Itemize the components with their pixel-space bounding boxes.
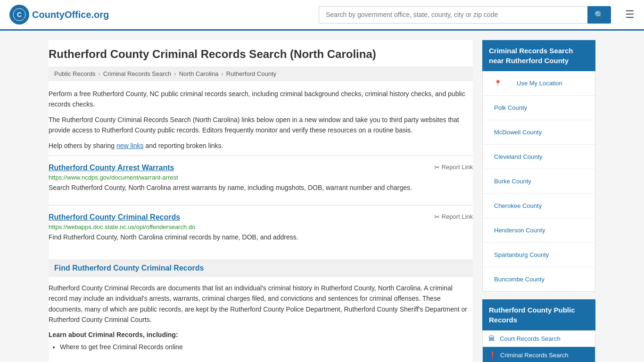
public-records-list: 🏛 Court Records Search ❗ Criminal Record… bbox=[482, 330, 595, 362]
find-section-header: Find Rutherford County Criminal Records bbox=[49, 259, 473, 277]
nearby-title: Criminal Records Search near Rutherford … bbox=[482, 40, 595, 71]
court-records-label: Court Records Search bbox=[500, 335, 561, 342]
intro-paragraph-2: The Rutherford County Criminal Records S… bbox=[49, 115, 473, 136]
logo-area[interactable]: C CountyOffice.org bbox=[9, 5, 109, 25]
find-section-body: Rutherford County Criminal Records are d… bbox=[49, 283, 473, 325]
breadcrumb-sep-1: › bbox=[98, 70, 100, 77]
mcdowell-county-label: McDowell County bbox=[488, 124, 547, 140]
learn-header: Learn about Criminal Records, including: bbox=[49, 331, 473, 338]
result-header-2: Rutherford County Criminal Records ✂ Rep… bbox=[49, 213, 473, 222]
svg-text:C: C bbox=[17, 11, 22, 18]
criminal-icon: ❗ bbox=[488, 351, 496, 359]
sidebar-item-burke[interactable]: Burke County bbox=[483, 169, 595, 194]
sidebar-item-cleveland[interactable]: Cleveland County bbox=[483, 145, 595, 169]
logo-text: CountyOffice.org bbox=[32, 9, 109, 20]
scissors-icon-2: ✂ bbox=[434, 213, 440, 221]
result-url-2: https://webapps.doc.state.nc.us/opi/offe… bbox=[49, 223, 473, 230]
breadcrumb-sep-2: › bbox=[174, 70, 176, 77]
report-link-2[interactable]: ✂ Report Link bbox=[434, 213, 473, 221]
sidebar: Criminal Records Search near Rutherford … bbox=[482, 40, 595, 362]
sidebar-item-use-my-location[interactable]: 📍 Use My Location bbox=[483, 71, 595, 96]
result-title-1[interactable]: Rutherford County Arrest Warrants bbox=[49, 164, 174, 172]
scissors-icon-1: ✂ bbox=[434, 164, 440, 171]
cherokee-county-label: Cherokee County bbox=[488, 198, 547, 214]
content-area: Rutherford County Criminal Records Searc… bbox=[49, 40, 473, 362]
result-header-1: Rutherford County Arrest Warrants ✂ Repo… bbox=[49, 164, 473, 172]
public-records-title: Rutherford County Public Records bbox=[482, 299, 595, 330]
report-link-1[interactable]: ✂ Report Link bbox=[434, 164, 473, 171]
spartanburg-county-label: Spartanburg County bbox=[488, 247, 554, 263]
search-area: 🔍 bbox=[319, 6, 611, 24]
breadcrumb-sep-3: › bbox=[221, 70, 223, 77]
sidebar-item-cherokee[interactable]: Cherokee County bbox=[483, 194, 595, 218]
nearby-section: Criminal Records Search near Rutherford … bbox=[482, 40, 595, 292]
sidebar-item-henderson[interactable]: Henderson County bbox=[483, 218, 595, 243]
breadcrumb: Public Records › Criminal Records Search… bbox=[49, 66, 473, 81]
search-input[interactable] bbox=[319, 6, 587, 24]
sidebar-item-criminal-records[interactable]: ❗ Criminal Records Search bbox=[483, 347, 595, 362]
search-button[interactable]: 🔍 bbox=[587, 6, 611, 24]
learn-bullet-1: Where to get free Criminal Records onlin… bbox=[60, 341, 473, 353]
sidebar-item-mcdowell[interactable]: McDowell County bbox=[483, 120, 595, 145]
location-icon: 📍 bbox=[488, 75, 507, 91]
hamburger-button[interactable]: ☰ bbox=[625, 8, 635, 21]
header: C CountyOffice.org 🔍 ☰ bbox=[0, 0, 644, 31]
result-url-1: https://www.ncdps.gov/document/warrant-a… bbox=[49, 174, 473, 181]
buncombe-county-label: Buncombe County bbox=[488, 272, 550, 287]
criminal-records-label: Criminal Records Search bbox=[500, 352, 569, 359]
breadcrumb-criminal-records[interactable]: Criminal Records Search bbox=[103, 70, 172, 77]
henderson-county-label: Henderson County bbox=[488, 222, 551, 238]
learn-bullet-list: Where to get free Criminal Records onlin… bbox=[49, 341, 473, 353]
logo-icon: C bbox=[9, 5, 29, 25]
main-container: Rutherford County Criminal Records Searc… bbox=[39, 31, 605, 362]
result-title-2[interactable]: Rutherford County Criminal Records bbox=[49, 213, 180, 222]
page-title: Rutherford County Criminal Records Searc… bbox=[49, 40, 473, 66]
sidebar-item-spartanburg[interactable]: Spartanburg County bbox=[483, 243, 595, 267]
result-card-2: Rutherford County Criminal Records ✂ Rep… bbox=[49, 205, 473, 250]
cleveland-county-label: Cleveland County bbox=[488, 149, 548, 165]
result-card-1: Rutherford County Arrest Warrants ✂ Repo… bbox=[49, 156, 473, 200]
sidebar-item-court-records[interactable]: 🏛 Court Records Search bbox=[483, 330, 595, 347]
breadcrumb-rutherford: Rutherford County bbox=[226, 70, 276, 77]
burke-county-label: Burke County bbox=[488, 173, 537, 189]
public-records-section: Rutherford County Public Records 🏛 Court… bbox=[482, 299, 595, 362]
polk-county-label: Polk County bbox=[488, 100, 533, 115]
nearby-list: 📍 Use My Location Polk County McDowell C… bbox=[482, 71, 595, 292]
use-my-location-label: Use My Location bbox=[511, 75, 568, 91]
breadcrumb-north-carolina[interactable]: North Carolina bbox=[179, 70, 219, 77]
result-desc-1: Search Rutherford County, North Carolina… bbox=[49, 183, 473, 193]
result-desc-2: Find Rutherford County, North Carolina c… bbox=[49, 232, 473, 242]
court-icon: 🏛 bbox=[488, 335, 496, 342]
new-links-link[interactable]: new links bbox=[116, 142, 144, 149]
intro-paragraph-3: Help others by sharing new links and rep… bbox=[49, 140, 473, 151]
intro-paragraph-1: Perform a free Rutherford County, NC pub… bbox=[49, 89, 473, 110]
sidebar-item-polk[interactable]: Polk County bbox=[483, 96, 595, 120]
sidebar-item-buncombe[interactable]: Buncombe County bbox=[483, 267, 595, 291]
breadcrumb-public-records[interactable]: Public Records bbox=[54, 70, 95, 77]
